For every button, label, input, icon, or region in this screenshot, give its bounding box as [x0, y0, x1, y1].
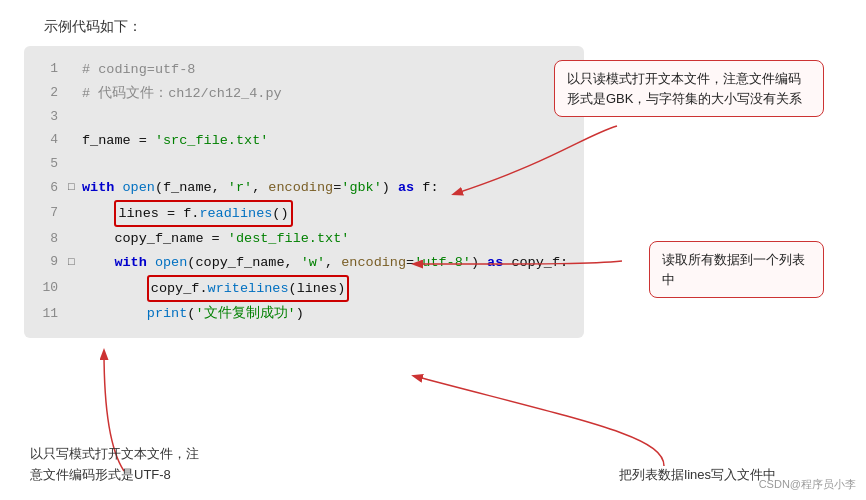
bubble-top-text: 以只读模式打开文本文件，注意文件编码形式是GBK，与字符集的大小写没有关系 — [567, 71, 802, 106]
bubble-mid-text: 读取所有数据到一个列表中 — [662, 252, 805, 287]
bottom-left-line2: 意文件编码形式是UTF-8 — [30, 465, 199, 486]
line-num-2: 2 — [34, 82, 58, 105]
code-line-7: 7 lines = f.readlines() — [34, 200, 568, 228]
line-num-1: 1 — [34, 58, 58, 81]
code-line-4: 4 f_name = 'src_file.txt' — [34, 129, 568, 153]
line-num-5: 5 — [34, 153, 58, 176]
code-line-5: 5 — [34, 153, 568, 177]
bottom-notes-left: 以只写模式打开文本文件，注 意文件编码形式是UTF-8 — [30, 444, 199, 486]
annotation-bubble-mid: 读取所有数据到一个列表中 — [649, 241, 824, 298]
line-num-3: 3 — [34, 106, 58, 129]
code-line-1: 1 # coding=utf-8 — [34, 58, 568, 82]
bottom-left-line1: 以只写模式打开文本文件，注 — [30, 444, 199, 465]
line-num-6: 6 — [34, 177, 58, 200]
line-num-9: 9 — [34, 251, 58, 274]
code-block: 1 # coding=utf-8 2 # 代码文件：ch12/ch12_4.py… — [24, 46, 584, 338]
intro-text: 示例代码如下： — [44, 18, 842, 36]
code-line-3: 3 — [34, 105, 568, 129]
bottom-notes-right: 把列表数据lines写入文件中 — [619, 465, 776, 486]
code-line-11: 11 print('文件复制成功') — [34, 302, 568, 326]
annotation-bubble-top: 以只读模式打开文本文件，注意文件编码形式是GBK，与字符集的大小写没有关系 — [554, 60, 824, 117]
line-num-11: 11 — [34, 303, 58, 326]
code-line-9: 9 □ with open(copy_f_name, 'w', encoding… — [34, 251, 568, 275]
code-line-8: 8 copy_f_name = 'dest_file.txt' — [34, 227, 568, 251]
line-num-10: 10 — [34, 277, 58, 300]
line-num-4: 4 — [34, 129, 58, 152]
bottom-right-text: 把列表数据lines写入文件中 — [619, 467, 776, 482]
watermark: CSDN@程序员小李 — [759, 477, 856, 492]
code-line-6: 6 □ with open(f_name, 'r', encoding='gbk… — [34, 176, 568, 200]
highlight-readlines: lines = f.readlines() — [114, 200, 292, 228]
line-num-8: 8 — [34, 228, 58, 251]
highlight-writelines: copy_f.writelines(lines) — [147, 275, 349, 303]
page-container: 示例代码如下： 1 # coding=utf-8 2 # 代码文件：ch12/c… — [0, 0, 866, 500]
code-line-10: 10 copy_f.writelines(lines) — [34, 275, 568, 303]
code-line-2: 2 # 代码文件：ch12/ch12_4.py — [34, 82, 568, 106]
line-num-7: 7 — [34, 202, 58, 225]
